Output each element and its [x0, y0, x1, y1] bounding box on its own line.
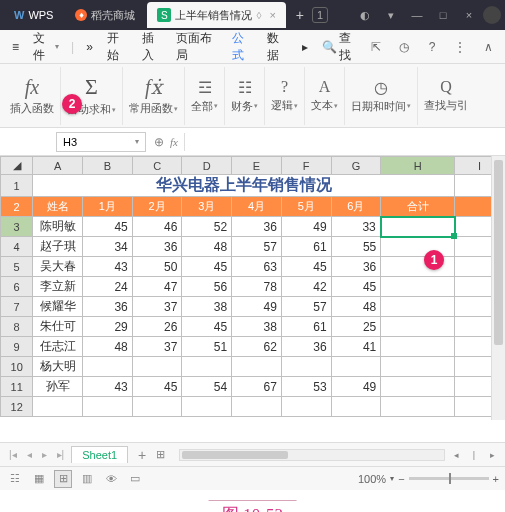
cell[interactable]: 38: [182, 297, 232, 317]
nav-next-icon[interactable]: ▸: [39, 449, 50, 460]
header-cell[interactable]: 3月: [182, 197, 232, 217]
tab-wps[interactable]: W WPS: [4, 2, 63, 28]
view-read-icon[interactable]: 👁: [102, 470, 120, 488]
select-all-corner[interactable]: ◢: [1, 157, 33, 175]
ribbon-text[interactable]: A 文本▾: [305, 67, 345, 125]
col-header[interactable]: D: [182, 157, 232, 175]
cell[interactable]: 45: [132, 377, 182, 397]
cell[interactable]: 50: [132, 257, 182, 277]
header-cell[interactable]: 合计: [381, 197, 455, 217]
view-grid-icon[interactable]: ⊞: [54, 470, 72, 488]
settings-icon[interactable]: ◷: [393, 36, 415, 58]
cell[interactable]: 56: [182, 277, 232, 297]
ribbon-datetime[interactable]: ◷ 日期和时间▾: [345, 67, 418, 125]
cell[interactable]: [381, 337, 455, 357]
scroll-right-icon[interactable]: ▸: [485, 450, 499, 460]
caret-icon[interactable]: ▾: [379, 3, 403, 27]
cell[interactable]: 46: [132, 217, 182, 237]
header-cell[interactable]: 2月: [132, 197, 182, 217]
col-header[interactable]: C: [132, 157, 182, 175]
ribbon-common[interactable]: fẋ 常用函数▾: [123, 67, 185, 125]
menu-overflow[interactable]: ▸: [296, 36, 314, 58]
sheet-options-icon[interactable]: ⊞: [156, 448, 165, 461]
nav-first-icon[interactable]: |◂: [6, 449, 20, 460]
cell[interactable]: 53: [281, 377, 331, 397]
cell[interactable]: [281, 397, 331, 417]
header-cell[interactable]: 4月: [232, 197, 282, 217]
cell[interactable]: 45: [83, 217, 133, 237]
cell[interactable]: 候耀华: [33, 297, 83, 317]
header-cell[interactable]: 5月: [281, 197, 331, 217]
add-tab-button[interactable]: +: [288, 7, 312, 23]
cell[interactable]: 34: [83, 237, 133, 257]
ribbon-all[interactable]: ☲ 全部▾: [185, 67, 225, 125]
menu-more[interactable]: »: [80, 36, 99, 58]
name-box[interactable]: H3 ▾: [56, 132, 146, 152]
cell[interactable]: [33, 397, 83, 417]
cell[interactable]: 61: [281, 237, 331, 257]
menu-data[interactable]: 数据: [261, 26, 294, 68]
cell[interactable]: 李立新: [33, 277, 83, 297]
cell[interactable]: [232, 357, 282, 377]
fx-search-icon[interactable]: ⊕: [154, 135, 164, 149]
col-header-active[interactable]: H: [381, 157, 455, 175]
menu-layout[interactable]: 页面布局: [170, 26, 224, 68]
cell[interactable]: 61: [281, 317, 331, 337]
col-header[interactable]: A: [33, 157, 83, 175]
col-header[interactable]: G: [331, 157, 381, 175]
cell[interactable]: 36: [83, 297, 133, 317]
cell[interactable]: 37: [132, 337, 182, 357]
nav-prev-icon[interactable]: ◂: [24, 449, 35, 460]
row-header[interactable]: 8: [1, 317, 33, 337]
close-window-button[interactable]: ×: [457, 3, 481, 27]
row-header-active[interactable]: 3: [1, 217, 33, 237]
cell[interactable]: 36: [281, 337, 331, 357]
cell[interactable]: 43: [83, 257, 133, 277]
cell[interactable]: 赵子琪: [33, 237, 83, 257]
spreadsheet[interactable]: ◢ A B C D E F G H I 1 华兴电器上半年销售情况 2 姓名 1…: [0, 156, 505, 417]
maximize-button[interactable]: □: [431, 3, 455, 27]
cell[interactable]: 24: [83, 277, 133, 297]
status-edit-icon[interactable]: ☷: [6, 470, 24, 488]
cell[interactable]: [381, 377, 455, 397]
cell[interactable]: [381, 397, 455, 417]
view-page-icon[interactable]: ▥: [78, 470, 96, 488]
cell[interactable]: 38: [232, 317, 282, 337]
row-header[interactable]: 12: [1, 397, 33, 417]
cell[interactable]: 36: [331, 257, 381, 277]
cell[interactable]: 45: [331, 277, 381, 297]
cell[interactable]: 45: [182, 257, 232, 277]
row-header[interactable]: 11: [1, 377, 33, 397]
cell[interactable]: [381, 317, 455, 337]
cell[interactable]: 51: [182, 337, 232, 357]
cell[interactable]: [381, 357, 455, 377]
cell[interactable]: 49: [232, 297, 282, 317]
cell[interactable]: 33: [331, 217, 381, 237]
cell[interactable]: 63: [232, 257, 282, 277]
menu-hamburger[interactable]: ≡: [6, 36, 25, 58]
nav-last-icon[interactable]: ▸|: [54, 449, 68, 460]
ribbon-logical[interactable]: ? 逻辑▾: [265, 67, 305, 125]
ribbon-lookup[interactable]: Q 查找与引: [418, 67, 474, 125]
cell[interactable]: 吴大春: [33, 257, 83, 277]
cell[interactable]: 45: [281, 257, 331, 277]
row-header[interactable]: 5: [1, 257, 33, 277]
cell[interactable]: 45: [182, 317, 232, 337]
chevron-down-icon[interactable]: ▾: [390, 474, 394, 483]
cell[interactable]: 26: [132, 317, 182, 337]
cell[interactable]: 57: [281, 297, 331, 317]
cell[interactable]: 37: [132, 297, 182, 317]
cell[interactable]: 48: [331, 297, 381, 317]
sheet-tab[interactable]: Sheet1: [71, 446, 128, 463]
menu-formula[interactable]: 公式: [226, 26, 259, 68]
cell[interactable]: 36: [232, 217, 282, 237]
scroll-left-icon[interactable]: ◂: [449, 450, 463, 460]
cell[interactable]: [132, 397, 182, 417]
cell[interactable]: 47: [132, 277, 182, 297]
cell[interactable]: 52: [182, 217, 232, 237]
header-cell[interactable]: 1月: [83, 197, 133, 217]
view-normal-icon[interactable]: ▦: [30, 470, 48, 488]
menu-start[interactable]: 开始: [101, 26, 134, 68]
vertical-scrollbar[interactable]: [491, 156, 505, 420]
cell[interactable]: 62: [232, 337, 282, 357]
